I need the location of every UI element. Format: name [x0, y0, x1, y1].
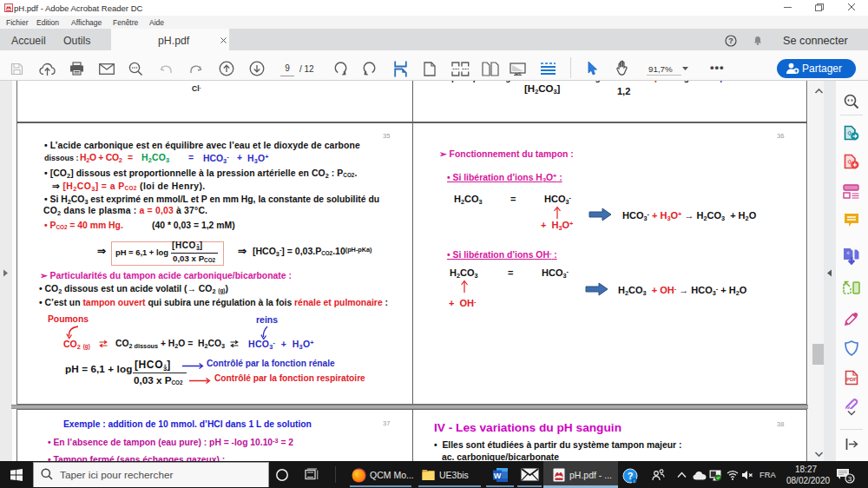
- svg-text:3: 3: [848, 475, 852, 483]
- svg-text:i: i: [634, 478, 635, 484]
- svg-text:PDF: PDF: [846, 377, 857, 382]
- svg-text:?: ?: [728, 36, 733, 45]
- svg-text:W: W: [494, 472, 502, 480]
